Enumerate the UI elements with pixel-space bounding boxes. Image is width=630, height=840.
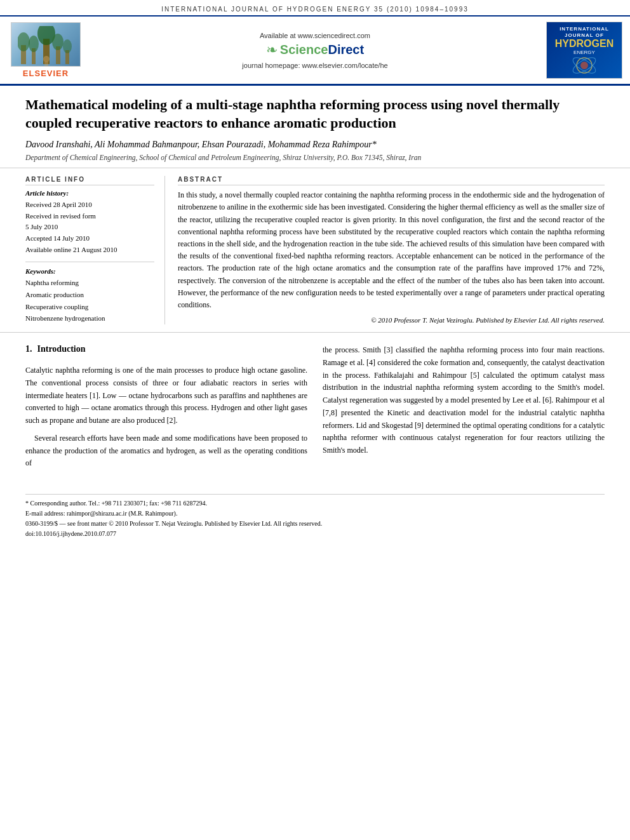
svg-point-1 (18, 32, 30, 51)
abstract-text: In this study, a novel thermally coupled… (178, 189, 605, 311)
keywords-block: Keywords: Naphtha reforming Aromatic pro… (25, 267, 154, 324)
body-left-column: 1. Introduction Catalytic naphtha reform… (25, 344, 307, 475)
article-info-label: ARTICLE INFO (25, 176, 154, 185)
elsevier-logo: ELSEVIER (8, 22, 84, 78)
intro-para2: Several research efforts have been made … (25, 432, 307, 470)
svg-rect-11 (44, 62, 48, 67)
section-number: 1. (25, 344, 32, 354)
footnote-doi: doi:10.1016/j.ijhydene.2010.07.077 (25, 529, 605, 539)
intro-right-text: the process. Smith [3] classified the na… (323, 344, 605, 457)
footnote-divider (25, 494, 605, 495)
article-info-abstract: ARTICLE INFO Article history: Received 2… (0, 168, 630, 333)
body-right-column: the process. Smith [3] classified the na… (323, 344, 605, 475)
keyword-4: Nitrobenzene hydrogenation (25, 312, 154, 324)
abstract-label: ABSTRACT (178, 176, 605, 185)
elsevier-logo-image (11, 22, 81, 67)
authors: Davood Iranshahi, Ali Mohammad Bahmanpou… (25, 140, 605, 150)
abstract-column: ABSTRACT In this study, a novel thermall… (178, 176, 605, 324)
hydrogen-energy-logo: INTERNATIONAL JOURNAL OF HYDROGEN ENERGY (546, 22, 622, 79)
article-history: Article history: Received 28 April 2010 … (25, 189, 154, 255)
history-label: Article history: (25, 189, 154, 197)
footnote-corresponding: * Corresponding author. Tel.: +98 711 23… (25, 498, 605, 509)
center-header: Available at www.sciencedirect.com ❧ Sci… (84, 32, 546, 69)
svg-point-13 (580, 62, 588, 69)
header-row: ELSEVIER Available at www.sciencedirect.… (0, 17, 630, 86)
keyword-list: Naphtha reforming Aromatic production Re… (25, 277, 154, 324)
keywords-label: Keywords: (25, 267, 154, 275)
sd-direct: Direct (328, 43, 364, 57)
keyword-1: Naphtha reforming (25, 277, 154, 289)
sd-leaf-icon: ❧ (266, 42, 278, 58)
intro-left-text: Catalytic naphtha reforming is one of th… (25, 364, 307, 470)
intro-para1: Catalytic naphtha reforming is one of th… (25, 364, 307, 427)
sd-text: ScienceDirect (280, 43, 364, 57)
available-text: Available at www.sciencedirect.com (97, 32, 533, 39)
journal-banner: INTERNATIONAL JOURNAL OF HYDROGEN ENERGY… (0, 0, 630, 17)
keyword-2: Aromatic production (25, 289, 154, 301)
article-title-section: Mathematical modeling of a multi-stage n… (0, 86, 630, 168)
keyword-3: Recuperative coupling (25, 301, 154, 313)
elsevier-name: ELSEVIER (23, 69, 69, 78)
journal-title: INTERNATIONAL JOURNAL OF HYDROGEN ENERGY… (161, 6, 469, 13)
footnote-issn: 0360-3199/$ — see front matter © 2010 Pr… (25, 519, 605, 529)
svg-point-9 (63, 39, 72, 53)
accepted-date: Accepted 14 July 2010 (25, 233, 154, 244)
footnote-email: E-mail address: rahimpor@shirazu.ac.ir (… (25, 509, 605, 519)
section-heading: Introduction (37, 344, 86, 354)
available-online: Available online 21 August 2010 (25, 244, 154, 256)
h-logo-big: HYDROGEN (555, 38, 613, 50)
svg-point-10 (43, 56, 50, 62)
h-logo-sub: ENERGY (573, 50, 595, 55)
affiliation: Department of Chemical Engineering, Scho… (25, 154, 605, 161)
revised-date: 5 July 2010 (25, 222, 154, 233)
copyright: © 2010 Professor T. Nejat Veziroglu. Pub… (178, 316, 605, 324)
svg-point-7 (52, 34, 64, 50)
received-date: Received 28 April 2010 (25, 199, 154, 211)
revised-label: Received in revised form (25, 211, 154, 222)
article-title: Mathematical modeling of a multi-stage n… (25, 96, 605, 132)
body-section: 1. Introduction Catalytic naphtha reform… (0, 344, 630, 475)
footnotes: * Corresponding author. Tel.: +98 711 23… (0, 498, 630, 539)
h-logo-title: INTERNATIONAL JOURNAL OF (547, 26, 622, 38)
sciencedirect-logo: ❧ ScienceDirect (97, 42, 533, 58)
intro-right-para1: the process. Smith [3] classified the na… (323, 344, 605, 457)
svg-point-3 (29, 36, 39, 52)
sd-science: Science (280, 43, 328, 57)
article-info-column: ARTICLE INFO Article history: Received 2… (25, 176, 165, 324)
journal-homepage: journal homepage: www.elsevier.com/locat… (97, 62, 533, 69)
